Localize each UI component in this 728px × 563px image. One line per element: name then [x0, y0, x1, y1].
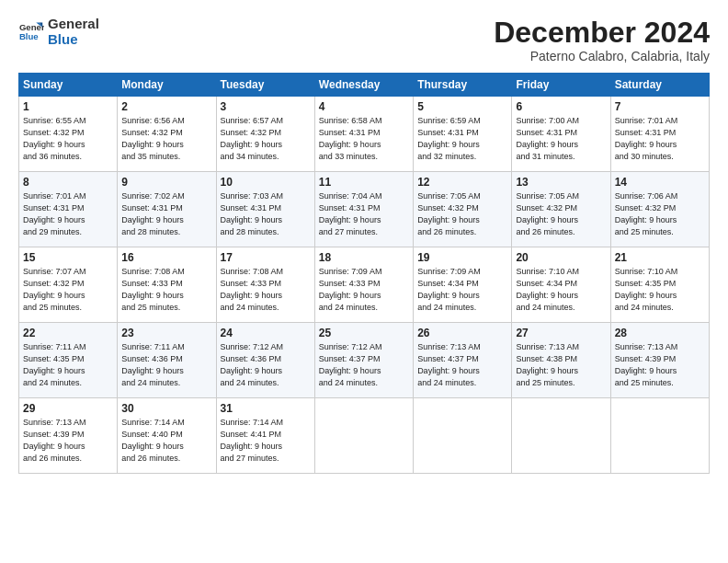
calendar-week-2: 8Sunrise: 7:01 AM Sunset: 4:31 PM Daylig… [19, 172, 710, 247]
calendar-day-21: 21Sunrise: 7:10 AM Sunset: 4:35 PM Dayli… [610, 247, 709, 323]
day-number: 21 [615, 251, 705, 264]
day-number: 6 [516, 100, 606, 113]
day-info: Sunrise: 7:11 AM Sunset: 4:35 PM Dayligh… [23, 341, 113, 389]
calendar-day-12: 12Sunrise: 7:05 AM Sunset: 4:32 PM Dayli… [414, 172, 512, 247]
day-number: 13 [516, 176, 606, 189]
calendar-day-26: 26Sunrise: 7:13 AM Sunset: 4:37 PM Dayli… [414, 323, 512, 398]
calendar-day-4: 4Sunrise: 6:58 AM Sunset: 4:31 PM Daylig… [314, 97, 413, 172]
calendar-header-saturday: Saturday [610, 74, 709, 97]
day-info: Sunrise: 6:57 AM Sunset: 4:32 PM Dayligh… [221, 115, 311, 163]
calendar-day-24: 24Sunrise: 7:12 AM Sunset: 4:36 PM Dayli… [216, 323, 314, 398]
day-info: Sunrise: 7:13 AM Sunset: 4:39 PM Dayligh… [615, 341, 705, 389]
day-number: 4 [319, 100, 409, 113]
day-info: Sunrise: 7:01 AM Sunset: 4:31 PM Dayligh… [23, 190, 113, 238]
day-info: Sunrise: 7:03 AM Sunset: 4:31 PM Dayligh… [221, 190, 311, 238]
calendar-header-monday: Monday [118, 74, 216, 97]
day-number: 1 [23, 100, 113, 113]
day-info: Sunrise: 7:05 AM Sunset: 4:32 PM Dayligh… [417, 190, 507, 238]
day-number: 27 [516, 327, 606, 339]
calendar-day-1: 1Sunrise: 6:55 AM Sunset: 4:32 PM Daylig… [19, 97, 118, 172]
day-number: 17 [221, 251, 311, 264]
day-info: Sunrise: 7:14 AM Sunset: 4:40 PM Dayligh… [121, 417, 211, 465]
day-info: Sunrise: 7:05 AM Sunset: 4:32 PM Dayligh… [516, 190, 606, 238]
page: General Blue General Blue December 2024 … [0, 0, 728, 563]
day-number: 22 [23, 327, 113, 339]
day-number: 29 [23, 402, 113, 415]
empty-cell [512, 398, 610, 474]
day-number: 19 [417, 251, 507, 264]
calendar-day-2: 2Sunrise: 6:56 AM Sunset: 4:32 PM Daylig… [118, 97, 216, 172]
day-info: Sunrise: 7:06 AM Sunset: 4:32 PM Dayligh… [615, 190, 705, 238]
day-number: 25 [319, 327, 409, 339]
calendar-day-17: 17Sunrise: 7:08 AM Sunset: 4:33 PM Dayli… [216, 247, 314, 323]
day-number: 30 [121, 402, 211, 415]
day-number: 23 [121, 327, 211, 339]
calendar-day-14: 14Sunrise: 7:06 AM Sunset: 4:32 PM Dayli… [610, 172, 709, 247]
day-number: 24 [221, 327, 311, 339]
calendar-day-8: 8Sunrise: 7:01 AM Sunset: 4:31 PM Daylig… [19, 172, 118, 247]
day-number: 3 [221, 100, 311, 113]
empty-cell [610, 398, 709, 474]
day-info: Sunrise: 6:58 AM Sunset: 4:31 PM Dayligh… [319, 115, 409, 163]
empty-cell [314, 398, 413, 474]
day-number: 15 [23, 251, 113, 264]
header: General Blue General Blue December 2024 … [18, 17, 710, 63]
day-info: Sunrise: 7:14 AM Sunset: 4:41 PM Dayligh… [221, 417, 311, 465]
calendar-day-10: 10Sunrise: 7:03 AM Sunset: 4:31 PM Dayli… [216, 172, 314, 247]
day-number: 7 [615, 100, 705, 113]
day-number: 9 [121, 176, 211, 189]
day-number: 12 [417, 176, 507, 189]
day-info: Sunrise: 6:59 AM Sunset: 4:31 PM Dayligh… [417, 115, 507, 163]
calendar-header-thursday: Thursday [414, 74, 512, 97]
day-number: 20 [516, 251, 606, 264]
day-number: 10 [221, 176, 311, 189]
day-info: Sunrise: 7:12 AM Sunset: 4:37 PM Dayligh… [319, 341, 409, 389]
day-info: Sunrise: 6:56 AM Sunset: 4:32 PM Dayligh… [121, 115, 211, 163]
title-block: December 2024 Paterno Calabro, Calabria,… [494, 17, 710, 63]
calendar-day-9: 9Sunrise: 7:02 AM Sunset: 4:31 PM Daylig… [118, 172, 216, 247]
day-info: Sunrise: 7:07 AM Sunset: 4:32 PM Dayligh… [23, 266, 113, 314]
day-info: Sunrise: 7:13 AM Sunset: 4:39 PM Dayligh… [23, 417, 113, 465]
calendar-day-31: 31Sunrise: 7:14 AM Sunset: 4:41 PM Dayli… [216, 398, 314, 474]
day-number: 2 [121, 100, 211, 113]
day-number: 26 [417, 327, 507, 339]
day-number: 14 [615, 176, 705, 189]
calendar-header-friday: Friday [512, 74, 610, 97]
calendar-week-5: 29Sunrise: 7:13 AM Sunset: 4:39 PM Dayli… [19, 398, 710, 474]
day-info: Sunrise: 7:01 AM Sunset: 4:31 PM Dayligh… [615, 115, 705, 163]
day-info: Sunrise: 7:02 AM Sunset: 4:31 PM Dayligh… [121, 190, 211, 238]
day-number: 31 [221, 402, 311, 415]
day-info: Sunrise: 7:09 AM Sunset: 4:34 PM Dayligh… [417, 266, 507, 314]
calendar-header-wednesday: Wednesday [314, 74, 413, 97]
calendar-day-18: 18Sunrise: 7:09 AM Sunset: 4:33 PM Dayli… [314, 247, 413, 323]
day-info: Sunrise: 7:13 AM Sunset: 4:38 PM Dayligh… [516, 341, 606, 389]
day-info: Sunrise: 6:55 AM Sunset: 4:32 PM Dayligh… [23, 115, 113, 163]
logo-line2: Blue [48, 32, 99, 48]
day-info: Sunrise: 7:08 AM Sunset: 4:33 PM Dayligh… [221, 266, 311, 314]
calendar-day-30: 30Sunrise: 7:14 AM Sunset: 4:40 PM Dayli… [118, 398, 216, 474]
calendar-day-3: 3Sunrise: 6:57 AM Sunset: 4:32 PM Daylig… [216, 97, 314, 172]
calendar-day-16: 16Sunrise: 7:08 AM Sunset: 4:33 PM Dayli… [118, 247, 216, 323]
calendar-day-13: 13Sunrise: 7:05 AM Sunset: 4:32 PM Dayli… [512, 172, 610, 247]
calendar-day-5: 5Sunrise: 6:59 AM Sunset: 4:31 PM Daylig… [414, 97, 512, 172]
calendar-header-sunday: Sunday [19, 74, 118, 97]
calendar-day-20: 20Sunrise: 7:10 AM Sunset: 4:34 PM Dayli… [512, 247, 610, 323]
empty-cell [414, 398, 512, 474]
day-number: 11 [319, 176, 409, 189]
day-number: 18 [319, 251, 409, 264]
day-info: Sunrise: 7:04 AM Sunset: 4:31 PM Dayligh… [319, 190, 409, 238]
calendar-day-7: 7Sunrise: 7:01 AM Sunset: 4:31 PM Daylig… [610, 97, 709, 172]
calendar-week-3: 15Sunrise: 7:07 AM Sunset: 4:32 PM Dayli… [19, 247, 710, 323]
calendar-day-6: 6Sunrise: 7:00 AM Sunset: 4:31 PM Daylig… [512, 97, 610, 172]
calendar-header-tuesday: Tuesday [216, 74, 314, 97]
calendar-day-19: 19Sunrise: 7:09 AM Sunset: 4:34 PM Dayli… [414, 247, 512, 323]
day-info: Sunrise: 7:10 AM Sunset: 4:35 PM Dayligh… [615, 266, 705, 314]
day-info: Sunrise: 7:10 AM Sunset: 4:34 PM Dayligh… [516, 266, 606, 314]
day-info: Sunrise: 7:09 AM Sunset: 4:33 PM Dayligh… [319, 266, 409, 314]
calendar-day-22: 22Sunrise: 7:11 AM Sunset: 4:35 PM Dayli… [19, 323, 118, 398]
day-info: Sunrise: 7:11 AM Sunset: 4:36 PM Dayligh… [121, 341, 211, 389]
day-number: 28 [615, 327, 705, 339]
calendar: SundayMondayTuesdayWednesdayThursdayFrid… [18, 73, 710, 474]
logo-icon: General Blue [18, 19, 44, 45]
logo: General Blue General Blue [18, 17, 99, 47]
